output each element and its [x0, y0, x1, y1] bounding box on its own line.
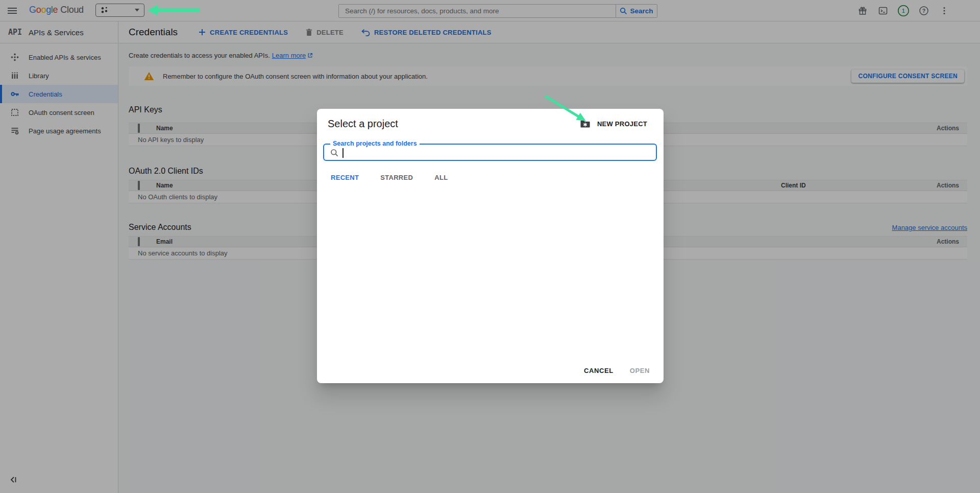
- dialog-project-list: [317, 181, 664, 367]
- dialog-tabs: RECENT STARRED ALL: [331, 174, 664, 181]
- tab-recent[interactable]: RECENT: [331, 174, 359, 181]
- dialog-footer: CANCEL OPEN: [317, 367, 664, 383]
- tab-all[interactable]: ALL: [434, 174, 448, 181]
- cancel-button[interactable]: CANCEL: [584, 367, 614, 374]
- select-project-dialog: Select a project NEW PROJECT Search proj…: [317, 109, 664, 383]
- new-project-folder-icon: [580, 120, 591, 128]
- project-search-field[interactable]: Search projects and folders: [323, 144, 657, 161]
- google-cloud-console: Google Cloud Search 1: [0, 0, 980, 493]
- text-cursor: [342, 148, 344, 158]
- new-project-button[interactable]: NEW PROJECT: [580, 120, 653, 128]
- dialog-title: Select a project: [328, 118, 398, 130]
- project-search-input[interactable]: [342, 146, 652, 159]
- search-icon: [330, 149, 338, 157]
- tab-starred[interactable]: STARRED: [380, 174, 413, 181]
- open-button[interactable]: OPEN: [630, 367, 650, 374]
